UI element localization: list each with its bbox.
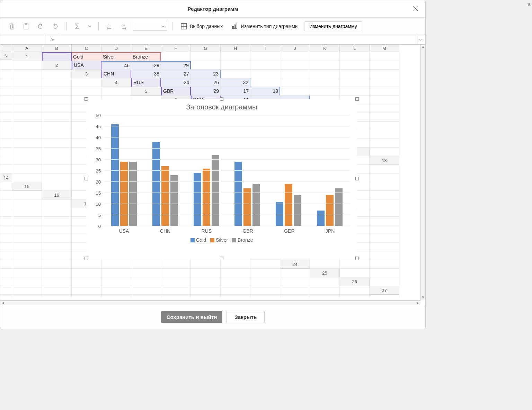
cell-E27[interactable] xyxy=(101,295,131,297)
cell-B14[interactable] xyxy=(42,173,72,182)
cell-E23[interactable] xyxy=(0,260,12,269)
resize-handle-w[interactable] xyxy=(85,177,88,180)
cell-B26[interactable] xyxy=(0,286,12,295)
cell-A13[interactable] xyxy=(0,165,12,173)
bar-Gold-USA[interactable] xyxy=(111,124,119,226)
cell-A26[interactable] xyxy=(370,277,399,286)
bar-Silver-JPN[interactable] xyxy=(326,195,334,226)
cell-D10[interactable] xyxy=(0,139,12,148)
cell-F1[interactable] xyxy=(191,52,221,61)
cell-E24[interactable] xyxy=(12,269,42,277)
cell-K2[interactable] xyxy=(370,61,399,70)
cell-J20[interactable] xyxy=(42,234,72,243)
cell-G9[interactable] xyxy=(42,130,72,139)
row-header-14[interactable]: 14 xyxy=(0,173,12,182)
cell-A5[interactable]: GBR xyxy=(161,87,191,96)
cell-K19[interactable] xyxy=(42,225,72,234)
cell-K4[interactable] xyxy=(12,87,42,96)
cell-F7[interactable] xyxy=(370,104,399,113)
cell-H7[interactable] xyxy=(12,113,42,122)
row-header-25[interactable]: 25 xyxy=(310,269,340,277)
cell-N4[interactable] xyxy=(101,87,131,96)
cell-J4[interactable] xyxy=(0,87,12,96)
cell-G4[interactable] xyxy=(310,78,340,87)
cell-K16[interactable] xyxy=(370,191,399,199)
bar-Gold-GER[interactable] xyxy=(276,202,283,226)
cell-I20[interactable] xyxy=(12,234,42,243)
cell-M4[interactable] xyxy=(72,87,101,96)
cell-F27[interactable] xyxy=(131,295,161,297)
cell-M15[interactable] xyxy=(0,191,12,199)
fx-icon[interactable]: fx xyxy=(45,35,59,44)
cell-G21[interactable] xyxy=(0,243,12,251)
cell-C25[interactable] xyxy=(0,277,12,286)
cell-K1[interactable] xyxy=(340,52,370,61)
cell-B11[interactable] xyxy=(370,139,399,148)
cell-G1[interactable] xyxy=(221,52,250,61)
cell-M3[interactable] xyxy=(42,78,72,87)
cell-H22[interactable] xyxy=(42,251,72,260)
cell-E1[interactable] xyxy=(161,52,191,61)
cell-G2[interactable] xyxy=(250,61,280,70)
cell-K18[interactable] xyxy=(12,217,42,225)
chart-object[interactable]: Заголовок диаграммы 05101520253035404550… xyxy=(86,99,357,258)
cell-L18[interactable] xyxy=(42,217,72,225)
select-data-button[interactable]: Выбор данных xyxy=(177,22,226,31)
cell-G7[interactable] xyxy=(0,113,12,122)
cell-H25[interactable] xyxy=(131,277,161,286)
cell-L1[interactable] xyxy=(370,52,399,61)
cell-L24[interactable] xyxy=(221,269,250,277)
cell-E5[interactable] xyxy=(280,87,310,96)
cell-C2[interactable]: 29 xyxy=(131,61,161,70)
cell-H27[interactable] xyxy=(191,295,221,297)
cell-N13[interactable] xyxy=(370,165,399,173)
cell-I1[interactable] xyxy=(280,52,310,61)
cell-N23[interactable] xyxy=(250,260,280,269)
cell-M23[interactable] xyxy=(221,260,250,269)
cell-K3[interactable] xyxy=(0,78,12,87)
cell-M16[interactable] xyxy=(12,199,42,208)
cell-G20[interactable] xyxy=(370,225,399,234)
cell-B2[interactable]: 46 xyxy=(101,61,131,70)
cell-I18[interactable] xyxy=(370,208,399,217)
cell-H26[interactable] xyxy=(161,286,191,295)
scroll-down-icon[interactable]: ▼ xyxy=(422,295,425,300)
copy-icon[interactable] xyxy=(7,22,16,30)
bar-Bronze-USA[interactable] xyxy=(129,162,137,226)
cell-L25[interactable] xyxy=(250,277,280,286)
cell-E10[interactable] xyxy=(12,139,42,148)
cell-H2[interactable] xyxy=(280,61,310,70)
bar-Silver-GBR[interactable] xyxy=(243,188,251,226)
legend-item-Gold[interactable]: Gold xyxy=(190,237,206,243)
cell-I21[interactable] xyxy=(42,243,72,251)
column-header-L[interactable]: L xyxy=(340,45,370,52)
cell-A15[interactable] xyxy=(42,182,72,191)
spreadsheet-grid[interactable]: ABCDEFGHIJKLMN1GoldSilverBronze2USA46292… xyxy=(0,45,425,297)
scroll-right-icon[interactable]: ► xyxy=(416,301,420,305)
cell-I6[interactable] xyxy=(12,104,42,113)
cell-L23[interactable] xyxy=(191,260,221,269)
cell-G5[interactable] xyxy=(340,87,370,96)
cell-I2[interactable] xyxy=(310,61,340,70)
bar-Silver-GER[interactable] xyxy=(285,184,292,226)
cell-N3[interactable] xyxy=(72,78,101,87)
cell-G23[interactable] xyxy=(42,260,72,269)
cell-J5[interactable] xyxy=(12,96,42,104)
cell-D26[interactable] xyxy=(42,286,72,295)
cell-B12[interactable] xyxy=(0,156,12,165)
cell-N1[interactable] xyxy=(12,61,42,70)
cell-C3[interactable]: 27 xyxy=(161,70,191,78)
cell-H6[interactable] xyxy=(0,104,12,113)
column-header-E[interactable]: E xyxy=(131,45,161,52)
bar-Silver-CHN[interactable] xyxy=(161,166,169,226)
row-header-26[interactable]: 26 xyxy=(340,277,370,286)
row-header-3[interactable]: 3 xyxy=(72,70,101,78)
column-header-I[interactable]: I xyxy=(250,45,280,52)
cell-J26[interactable] xyxy=(221,286,250,295)
cell-J6[interactable] xyxy=(42,104,72,113)
horizontal-scrollbar[interactable]: ◄ ► xyxy=(0,300,420,305)
resize-handle-n[interactable] xyxy=(220,97,223,101)
cell-H8[interactable] xyxy=(42,122,72,130)
row-header-2[interactable]: 2 xyxy=(42,61,72,70)
cell-J3[interactable] xyxy=(370,70,399,78)
